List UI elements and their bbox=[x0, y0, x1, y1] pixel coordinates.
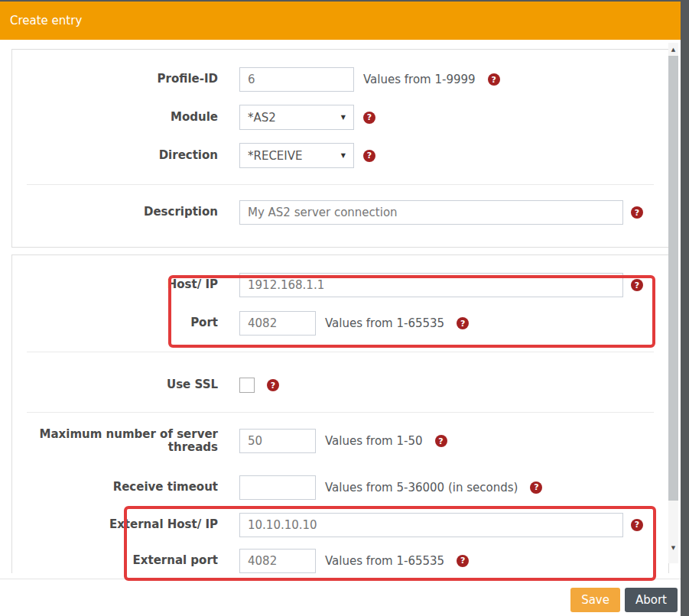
host-input[interactable] bbox=[239, 273, 623, 297]
external-port-label: External port bbox=[27, 554, 218, 567]
external-host-input[interactable] bbox=[239, 513, 623, 537]
receive-timeout-hint: Values from 5-36000 (in seconds) bbox=[325, 481, 518, 494]
port-label: Port bbox=[27, 316, 218, 329]
help-icon[interactable]: ? bbox=[631, 206, 643, 219]
section-divider bbox=[27, 352, 654, 352]
form-row-external-port: External port Values from 1-65535 ? bbox=[12, 549, 668, 573]
form-row-use-ssl: Use SSL ? bbox=[12, 373, 668, 397]
create-entry-modal: Create entry Profile-ID Values from 1-99… bbox=[0, 2, 681, 611]
external-port-input[interactable] bbox=[239, 549, 316, 573]
modal-header: Create entry bbox=[0, 2, 681, 40]
form-row-direction: Direction *RECEIVE ▼ ? bbox=[12, 143, 668, 168]
form-row-profile-id: Profile-ID Values from 1-9999 ? bbox=[12, 67, 668, 92]
scrollbar[interactable]: ▲ ▼ bbox=[668, 43, 678, 563]
external-port-hint: Values from 1-65535 bbox=[325, 554, 444, 568]
form-row-module: Module *AS2 ▼ ? bbox=[12, 105, 668, 130]
direction-select-value: *RECEIVE bbox=[248, 149, 303, 163]
connection-section: Host/ IP ? Port Values from 1-65535 ? Us… bbox=[11, 255, 669, 573]
receive-timeout-label: Receive timeout bbox=[27, 481, 218, 494]
direction-label: Direction bbox=[27, 149, 218, 162]
help-icon[interactable]: ? bbox=[457, 317, 469, 329]
form-row-port: Port Values from 1-65535 ? bbox=[12, 311, 668, 336]
page-background: Create entry Profile-ID Values from 1-99… bbox=[0, 0, 689, 616]
help-icon[interactable]: ? bbox=[363, 112, 375, 124]
help-icon[interactable]: ? bbox=[457, 555, 469, 567]
direction-select[interactable]: *RECEIVE ▼ bbox=[239, 143, 354, 168]
help-icon[interactable]: ? bbox=[435, 435, 447, 447]
max-threads-label: Maximum number of server threads bbox=[27, 428, 218, 455]
chevron-down-icon: ▼ bbox=[341, 114, 346, 121]
receive-timeout-input[interactable] bbox=[239, 475, 316, 500]
general-section: Profile-ID Values from 1-9999 ? Module *… bbox=[11, 49, 669, 248]
abort-button[interactable]: Abort bbox=[625, 588, 678, 612]
help-icon[interactable]: ? bbox=[488, 73, 500, 86]
help-icon[interactable]: ? bbox=[631, 519, 643, 531]
help-icon[interactable]: ? bbox=[267, 379, 279, 391]
module-label: Module bbox=[27, 111, 218, 124]
profile-id-input[interactable] bbox=[239, 67, 354, 92]
description-label: Description bbox=[27, 206, 218, 219]
section-divider bbox=[27, 184, 654, 185]
help-icon[interactable]: ? bbox=[631, 279, 643, 291]
port-input[interactable] bbox=[239, 311, 316, 336]
max-threads-hint: Values from 1-50 bbox=[325, 434, 423, 448]
form-row-host: Host/ IP ? bbox=[12, 273, 668, 297]
form-row-description: Description ? bbox=[12, 200, 668, 225]
modal-title: Create entry bbox=[10, 14, 82, 28]
use-ssl-label: Use SSL bbox=[27, 378, 218, 391]
module-select-value: *AS2 bbox=[248, 111, 276, 125]
modal-body: Profile-ID Values from 1-9999 ? Module *… bbox=[0, 49, 681, 572]
help-icon[interactable]: ? bbox=[363, 150, 375, 162]
form-row-max-threads: Maximum number of server threads Values … bbox=[12, 428, 668, 455]
help-icon[interactable]: ? bbox=[530, 481, 542, 494]
profile-id-hint: Values from 1-9999 bbox=[363, 73, 476, 86]
section-divider bbox=[27, 412, 654, 413]
description-input[interactable] bbox=[239, 200, 623, 225]
scrollbar-thumb[interactable] bbox=[668, 56, 678, 501]
use-ssl-checkbox[interactable] bbox=[239, 378, 255, 393]
external-host-label: External Host/ IP bbox=[27, 518, 218, 531]
form-row-external-host: External Host/ IP ? bbox=[12, 513, 668, 537]
host-label: Host/ IP bbox=[27, 278, 218, 291]
modal-footer: Save Abort bbox=[0, 579, 681, 616]
chevron-down-icon: ▼ bbox=[341, 152, 346, 159]
profile-id-label: Profile-ID bbox=[27, 73, 218, 86]
port-hint: Values from 1-65535 bbox=[325, 316, 444, 330]
form-row-receive-timeout: Receive timeout Values from 5-36000 (in … bbox=[12, 475, 668, 500]
max-threads-input[interactable] bbox=[239, 429, 316, 453]
save-button[interactable]: Save bbox=[570, 588, 620, 612]
scroll-up-icon[interactable]: ▲ bbox=[668, 43, 678, 56]
module-select[interactable]: *AS2 ▼ bbox=[239, 105, 354, 130]
scroll-down-icon[interactable]: ▼ bbox=[668, 541, 678, 554]
